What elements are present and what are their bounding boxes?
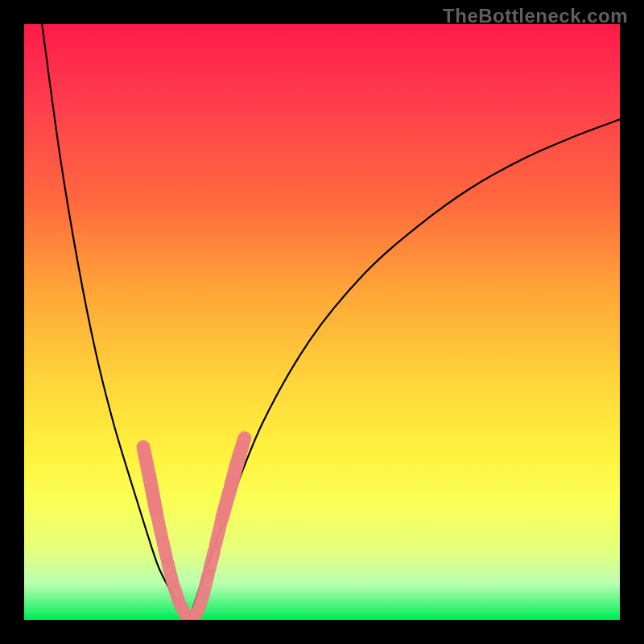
highlight-dash (167, 563, 172, 582)
highlight-dash-long (222, 438, 245, 518)
plot-svg (24, 24, 620, 620)
plot-area (24, 24, 620, 620)
highlight-dash (163, 542, 167, 559)
chart-frame: TheBottleneck.com (0, 0, 644, 644)
curve-path (42, 24, 620, 620)
watermark-text: TheBottleneck.com (443, 5, 628, 27)
highlight-dash (209, 551, 214, 570)
highlight-dash-long (143, 447, 156, 512)
highlight-dashes (143, 438, 245, 619)
bottleneck-curve (42, 24, 620, 620)
highlight-dash (204, 575, 208, 594)
